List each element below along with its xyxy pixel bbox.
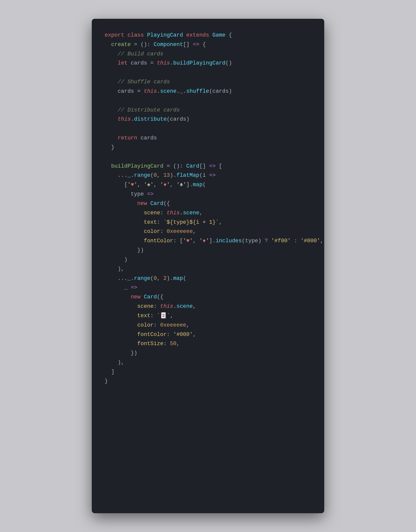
code-block: export class PlayingCard extends Game { … xyxy=(105,31,311,386)
code-window: export class PlayingCard extends Game { … xyxy=(92,19,324,513)
